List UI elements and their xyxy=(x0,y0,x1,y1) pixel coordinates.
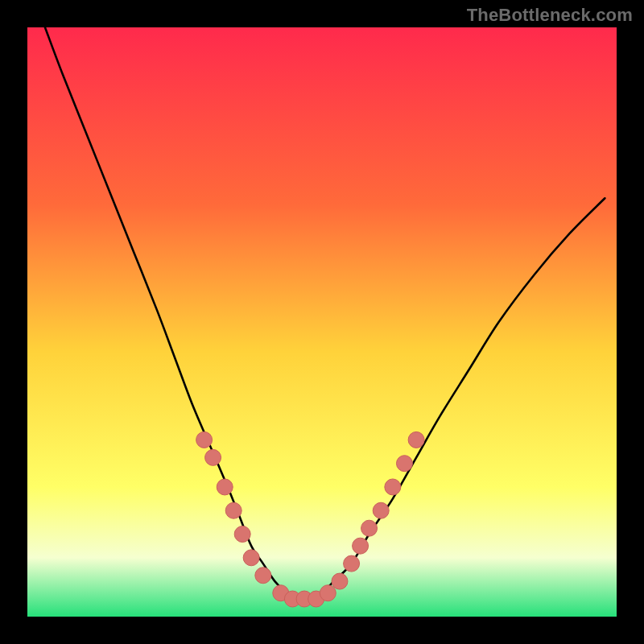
curve-marker xyxy=(196,431,213,448)
curve-marker xyxy=(243,550,259,566)
curve-marker xyxy=(332,573,348,589)
stage: TheBottleneck.com xyxy=(0,0,644,644)
curve-marker xyxy=(396,456,412,472)
bottleneck-chart xyxy=(27,27,617,617)
curve-marker xyxy=(225,502,242,518)
curve-marker xyxy=(408,431,424,448)
curve-marker xyxy=(353,538,369,554)
curve-marker xyxy=(234,526,250,543)
curve-marker xyxy=(373,502,389,518)
curve-marker xyxy=(385,479,401,495)
curve-marker xyxy=(344,555,360,572)
chart-container xyxy=(27,27,617,617)
watermark-text: TheBottleneck.com xyxy=(467,5,633,26)
curve-marker xyxy=(217,479,233,495)
gradient-background xyxy=(27,27,617,617)
curve-marker xyxy=(320,585,336,601)
curve-marker xyxy=(205,449,221,465)
curve-marker xyxy=(255,568,271,584)
curve-marker xyxy=(361,520,378,536)
